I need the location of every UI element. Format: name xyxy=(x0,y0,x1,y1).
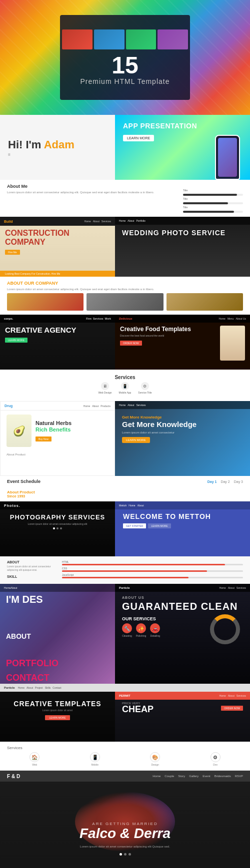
creative-panel: CREATIVE TEMPLATES Lorem ipsum dolor sit… xyxy=(0,692,115,742)
portfolio-clean-row: Home About I'M DES ABOUT PORTFOLIO CONTA… xyxy=(0,584,250,684)
about-skills-row: ABOUT Lorem ipsum dolor sit amet consect… xyxy=(0,556,250,584)
drug-bottle: 🥑 xyxy=(6,415,32,447)
app-panel: APP PRESENTATION LEARN MORE xyxy=(115,115,250,180)
about-label: ABOUT xyxy=(7,560,57,564)
knowledge-label: Get More Knowledge xyxy=(122,415,243,420)
mettoh-btn-primary[interactable]: GET STARTED xyxy=(123,523,146,528)
mettoh-content: WELCOME TO METTOH GET STARTED LEARN MORE xyxy=(115,501,250,539)
services-row-label: Services xyxy=(7,746,243,750)
drug-nav-1[interactable]: Home xyxy=(84,405,90,408)
fd-nav-rsvp[interactable]: RSVP xyxy=(235,775,243,778)
drug-nav-3[interactable]: Products xyxy=(100,405,110,408)
service-sym-1: 🏠 xyxy=(30,752,40,762)
particle-nav-skills[interactable]: Skills xyxy=(45,686,51,689)
alfoclean-service-text-3: Detailing xyxy=(150,634,160,637)
alfoclean-service-1: 🔧 Cleaning xyxy=(122,623,132,637)
mobile-label: Mobile App xyxy=(119,391,132,394)
knowledge-text: Lorem ipsum dolor sit amet consectetur xyxy=(122,431,243,434)
knowledge-title: Get More Knowledge xyxy=(122,421,243,429)
about-me-section: About Me Lorem ipsum dolor sit amet cons… xyxy=(0,180,250,217)
service-item-1: 🏠 Web xyxy=(30,752,40,766)
portfolio-about-text: ABOUT xyxy=(6,632,109,640)
alfoclean-panel: Particle Home About Services ABOUT US GU… xyxy=(115,584,250,684)
permit-btn[interactable]: ORDER NOW xyxy=(221,706,243,711)
construct-wedding-row: Build Home About Services CONSTRUCTION C… xyxy=(0,217,250,277)
portfolio-portfolio-text: PORTFOLIO xyxy=(6,658,109,669)
delicious-chef xyxy=(220,326,245,361)
particle-nav-row: Particle Home About Project Skills Conta… xyxy=(0,684,250,692)
creative-permit-row: CREATIVE TEMPLATES Lorem ipsum dolor sit… xyxy=(0,692,250,742)
mettoh-buttons: GET STARTED LEARN MORE xyxy=(123,523,242,528)
services-icon-items: 🏠 Web 📱 Mobile 🎨 Design ⚙ Dev xyxy=(7,752,243,766)
delicious-btn[interactable]: ORDER NOW xyxy=(120,341,142,346)
services-icons: 🖥 Web Design 📱 Mobile App ⚙ Service Titl… xyxy=(7,382,243,394)
drug-btn[interactable]: Buy Now xyxy=(36,436,52,441)
knowledge-btn[interactable]: LEARN MORE xyxy=(122,437,150,443)
company-img-2 xyxy=(86,293,163,311)
service-item-4: ⚙ Dev xyxy=(210,752,220,766)
creative-btn[interactable]: LEARN MORE xyxy=(45,715,70,720)
about-product-row: About Product Since 1993 xyxy=(0,487,250,501)
fd-nav-gallery[interactable]: Gallery xyxy=(189,775,198,778)
event-days: Day 1 Day 2 Day 3 xyxy=(208,480,243,483)
fd-dot-3 xyxy=(128,853,131,856)
portfolio-contact-text: CONTACT xyxy=(6,673,109,683)
skill-js: JavaScript xyxy=(62,573,243,578)
wedding-panel: Home About Portfolio WEDDING PHOTO SERVI… xyxy=(115,217,250,277)
particle-nav-about[interactable]: About xyxy=(26,686,33,689)
service-sym-2: 📱 xyxy=(90,752,100,762)
drug-footer: About Product xyxy=(0,451,114,458)
skill-html-name: HTML xyxy=(62,560,243,563)
hero-section: 15 Premium HTML Template xyxy=(0,0,250,115)
construct-btn[interactable]: Hire Me xyxy=(5,250,20,255)
alfoclean-content: ABOUT US GUARANTEED CLEAN OUR SERVICES 🔧… xyxy=(115,584,250,649)
fd-nav-event[interactable]: Event xyxy=(202,775,210,778)
fd-nav-couple[interactable]: Couple xyxy=(164,775,174,778)
drug-panel: Drug Home About Products 🥑 Natural Herbs… xyxy=(0,401,115,476)
photo-dot-2 xyxy=(56,527,58,529)
skill-css-track xyxy=(62,570,243,572)
photo-panel: Photos. PHOTOGRAPHY SERVICES Lorem ipsum… xyxy=(0,501,115,556)
company-image-grid xyxy=(7,293,243,311)
event-day-3[interactable]: Day 3 xyxy=(234,480,243,483)
company-img-1 xyxy=(7,293,84,311)
app-button[interactable]: LEARN MORE xyxy=(123,135,154,141)
photo-dots xyxy=(5,527,110,529)
skill-bar-2 xyxy=(183,202,243,204)
web-design-icon: 🖥 xyxy=(101,382,109,390)
fd-content: ARE GETTING MARRIED Falco & Derra Lorem … xyxy=(0,782,250,863)
skill-bar-3 xyxy=(183,211,243,213)
particle-nav-project[interactable]: Project xyxy=(35,686,43,689)
event-title: Event Schedule xyxy=(7,479,40,484)
particle-nav-home[interactable]: Home xyxy=(18,686,24,689)
drug-nav-2[interactable]: About xyxy=(92,405,98,408)
app-title: APP PRESENTATION xyxy=(123,122,242,130)
service-mobile: 📱 Mobile App xyxy=(119,382,132,394)
web-design-label: Web Design xyxy=(98,391,112,394)
agency-btn[interactable]: LEARN MORE xyxy=(5,338,28,343)
creative-title: CREATIVE TEMPLATES xyxy=(6,700,109,708)
fd-nav-bridesmaids[interactable]: Bridesmaids xyxy=(214,775,231,778)
adam-panel: Hi! I'm Adam II xyxy=(0,115,115,180)
about-skills-right: HTML CSS JavaScript xyxy=(62,560,243,580)
delicious-content: Creative Food Templates Discover the bes… xyxy=(115,315,250,363)
photo-content: PHOTOGRAPHY SERVICES Lorem ipsum dolor s… xyxy=(0,501,115,541)
agency-title: CREATIVE AGENCY xyxy=(5,326,110,334)
service-sym-label-3: Design xyxy=(150,763,160,766)
particle-nav-contact[interactable]: Contact xyxy=(52,686,61,689)
drug-content: 🥑 Natural Herbs Rich Benefits Buy Now xyxy=(0,411,114,451)
event-day-1[interactable]: Day 1 xyxy=(208,480,217,483)
about-company-text: Lorem ipsum dolor sit amet consectetur a… xyxy=(7,287,243,291)
fd-nav-story[interactable]: Story xyxy=(178,775,185,778)
service-sym-label-2: Mobile xyxy=(90,763,100,766)
event-day-2[interactable]: Day 2 xyxy=(220,480,230,483)
delicious-left: Creative Food Templates Discover the bes… xyxy=(120,326,216,361)
fd-text: Lorem ipsum dolor sit amet consectetur a… xyxy=(7,845,243,849)
hero-subtitle: Premium HTML Template xyxy=(80,77,170,85)
alfoclean-service-text-2: Polishing xyxy=(136,634,146,637)
construct-panel: Build Home About Services CONSTRUCTION C… xyxy=(0,217,115,277)
wedding-content: WEDDING PHOTO SERVICE xyxy=(115,217,250,241)
fd-nav-home[interactable]: Home xyxy=(152,775,160,778)
alfoclean-title: GUARANTEED CLEAN xyxy=(122,601,243,611)
mettoh-btn-secondary[interactable]: LEARN MORE xyxy=(148,523,170,528)
